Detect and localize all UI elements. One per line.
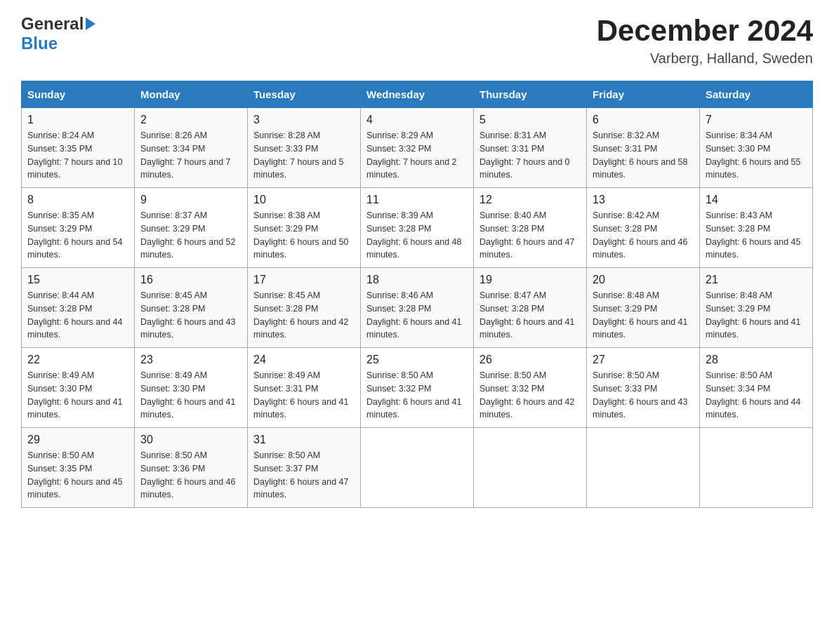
day-number: 8 (27, 194, 128, 206)
day-info: Sunrise: 8:44 AM Sunset: 3:28 PM Dayligh… (27, 289, 128, 342)
calendar-day-cell: 12 Sunrise: 8:40 AM Sunset: 3:28 PM Dayl… (474, 188, 587, 268)
calendar-day-cell: 13 Sunrise: 8:42 AM Sunset: 3:28 PM Dayl… (587, 188, 700, 268)
calendar-day-cell: 11 Sunrise: 8:39 AM Sunset: 3:28 PM Dayl… (361, 188, 474, 268)
calendar-day-cell: 27 Sunrise: 8:50 AM Sunset: 3:33 PM Dayl… (587, 348, 700, 428)
calendar-week-row: 8 Sunrise: 8:35 AM Sunset: 3:29 PM Dayli… (22, 188, 813, 268)
day-info: Sunrise: 8:48 AM Sunset: 3:29 PM Dayligh… (593, 289, 694, 342)
day-number: 9 (140, 194, 241, 206)
day-info: Sunrise: 8:35 AM Sunset: 3:29 PM Dayligh… (27, 209, 128, 262)
weekday-header-tuesday: Tuesday (248, 81, 361, 108)
calendar-day-cell: 28 Sunrise: 8:50 AM Sunset: 3:34 PM Dayl… (700, 348, 813, 428)
calendar-day-cell (587, 428, 700, 508)
day-info: Sunrise: 8:43 AM Sunset: 3:28 PM Dayligh… (706, 209, 807, 262)
day-info: Sunrise: 8:28 AM Sunset: 3:33 PM Dayligh… (253, 129, 355, 182)
calendar-day-cell: 10 Sunrise: 8:38 AM Sunset: 3:29 PM Dayl… (248, 188, 361, 268)
day-number: 5 (479, 114, 581, 126)
calendar-day-cell: 20 Sunrise: 8:48 AM Sunset: 3:29 PM Dayl… (587, 268, 700, 348)
day-number: 21 (706, 274, 807, 286)
calendar-day-cell: 1 Sunrise: 8:24 AM Sunset: 3:35 PM Dayli… (22, 108, 135, 188)
weekday-header-monday: Monday (135, 81, 248, 108)
day-number: 24 (253, 354, 355, 366)
weekday-header-saturday: Saturday (700, 81, 813, 108)
calendar-day-cell (700, 428, 813, 508)
calendar-week-row: 29 Sunrise: 8:50 AM Sunset: 3:35 PM Dayl… (22, 428, 813, 508)
calendar-subtitle: Varberg, Halland, Sweden (597, 51, 813, 67)
calendar-day-cell: 8 Sunrise: 8:35 AM Sunset: 3:29 PM Dayli… (22, 188, 135, 268)
day-number: 17 (253, 274, 355, 286)
calendar-day-cell: 2 Sunrise: 8:26 AM Sunset: 3:34 PM Dayli… (135, 108, 248, 188)
day-number: 28 (706, 354, 807, 366)
day-info: Sunrise: 8:42 AM Sunset: 3:28 PM Dayligh… (593, 209, 694, 262)
calendar-day-cell: 30 Sunrise: 8:50 AM Sunset: 3:36 PM Dayl… (135, 428, 248, 508)
day-number: 22 (27, 354, 128, 366)
weekday-header-wednesday: Wednesday (361, 81, 474, 108)
day-info: Sunrise: 8:37 AM Sunset: 3:29 PM Dayligh… (140, 209, 241, 262)
day-info: Sunrise: 8:38 AM Sunset: 3:29 PM Dayligh… (253, 209, 355, 262)
calendar-day-cell: 18 Sunrise: 8:46 AM Sunset: 3:28 PM Dayl… (361, 268, 474, 348)
day-number: 29 (27, 434, 128, 446)
calendar-day-cell (361, 428, 474, 508)
day-number: 18 (366, 274, 468, 286)
calendar-week-row: 15 Sunrise: 8:44 AM Sunset: 3:28 PM Dayl… (22, 268, 813, 348)
day-info: Sunrise: 8:32 AM Sunset: 3:31 PM Dayligh… (593, 129, 694, 182)
day-number: 19 (479, 274, 581, 286)
calendar-day-cell: 4 Sunrise: 8:29 AM Sunset: 3:32 PM Dayli… (361, 108, 474, 188)
logo-general-text: General (21, 14, 84, 34)
day-info: Sunrise: 8:50 AM Sunset: 3:32 PM Dayligh… (366, 369, 468, 422)
calendar-day-cell: 19 Sunrise: 8:47 AM Sunset: 3:28 PM Dayl… (474, 268, 587, 348)
day-info: Sunrise: 8:47 AM Sunset: 3:28 PM Dayligh… (479, 289, 581, 342)
weekday-header-sunday: Sunday (22, 81, 135, 108)
day-number: 10 (253, 194, 355, 206)
day-number: 14 (706, 194, 807, 206)
calendar-day-cell: 9 Sunrise: 8:37 AM Sunset: 3:29 PM Dayli… (135, 188, 248, 268)
calendar-day-cell: 16 Sunrise: 8:45 AM Sunset: 3:28 PM Dayl… (135, 268, 248, 348)
day-info: Sunrise: 8:50 AM Sunset: 3:32 PM Dayligh… (479, 369, 581, 422)
day-number: 1 (27, 114, 128, 126)
logo: General Blue (21, 14, 95, 53)
calendar-day-cell: 17 Sunrise: 8:45 AM Sunset: 3:28 PM Dayl… (248, 268, 361, 348)
calendar-day-cell: 26 Sunrise: 8:50 AM Sunset: 3:32 PM Dayl… (474, 348, 587, 428)
day-info: Sunrise: 8:45 AM Sunset: 3:28 PM Dayligh… (140, 289, 241, 342)
calendar-day-cell: 21 Sunrise: 8:48 AM Sunset: 3:29 PM Dayl… (700, 268, 813, 348)
calendar-header: SundayMondayTuesdayWednesdayThursdayFrid… (22, 81, 813, 108)
day-number: 7 (706, 114, 807, 126)
day-number: 12 (479, 194, 581, 206)
title-block: December 2024 Varberg, Halland, Sweden (597, 14, 813, 67)
calendar-day-cell: 15 Sunrise: 8:44 AM Sunset: 3:28 PM Dayl… (22, 268, 135, 348)
day-number: 3 (253, 114, 355, 126)
logo-arrow-icon (86, 18, 95, 30)
calendar-day-cell: 14 Sunrise: 8:43 AM Sunset: 3:28 PM Dayl… (700, 188, 813, 268)
day-info: Sunrise: 8:45 AM Sunset: 3:28 PM Dayligh… (253, 289, 355, 342)
calendar-day-cell: 22 Sunrise: 8:49 AM Sunset: 3:30 PM Dayl… (22, 348, 135, 428)
day-info: Sunrise: 8:49 AM Sunset: 3:30 PM Dayligh… (140, 369, 241, 422)
calendar-day-cell: 3 Sunrise: 8:28 AM Sunset: 3:33 PM Dayli… (248, 108, 361, 188)
day-number: 16 (140, 274, 241, 286)
calendar-title: December 2024 (597, 14, 813, 48)
day-info: Sunrise: 8:50 AM Sunset: 3:33 PM Dayligh… (593, 369, 694, 422)
calendar-table: SundayMondayTuesdayWednesdayThursdayFrid… (21, 81, 813, 508)
day-number: 26 (479, 354, 581, 366)
day-number: 6 (593, 114, 694, 126)
weekday-header-friday: Friday (587, 81, 700, 108)
day-info: Sunrise: 8:24 AM Sunset: 3:35 PM Dayligh… (27, 129, 128, 182)
calendar-day-cell: 29 Sunrise: 8:50 AM Sunset: 3:35 PM Dayl… (22, 428, 135, 508)
logo-blue-text: Blue (21, 34, 58, 53)
day-number: 23 (140, 354, 241, 366)
calendar-body: 1 Sunrise: 8:24 AM Sunset: 3:35 PM Dayli… (22, 108, 813, 508)
day-info: Sunrise: 8:46 AM Sunset: 3:28 PM Dayligh… (366, 289, 468, 342)
calendar-day-cell: 23 Sunrise: 8:49 AM Sunset: 3:30 PM Dayl… (135, 348, 248, 428)
calendar-day-cell: 5 Sunrise: 8:31 AM Sunset: 3:31 PM Dayli… (474, 108, 587, 188)
day-info: Sunrise: 8:48 AM Sunset: 3:29 PM Dayligh… (706, 289, 807, 342)
day-info: Sunrise: 8:50 AM Sunset: 3:37 PM Dayligh… (253, 449, 355, 502)
day-number: 13 (593, 194, 694, 206)
weekday-header-thursday: Thursday (474, 81, 587, 108)
day-info: Sunrise: 8:39 AM Sunset: 3:28 PM Dayligh… (366, 209, 468, 262)
day-info: Sunrise: 8:26 AM Sunset: 3:34 PM Dayligh… (140, 129, 241, 182)
day-number: 31 (253, 434, 355, 446)
calendar-day-cell: 24 Sunrise: 8:49 AM Sunset: 3:31 PM Dayl… (248, 348, 361, 428)
day-number: 11 (366, 194, 468, 206)
calendar-day-cell (474, 428, 587, 508)
day-info: Sunrise: 8:29 AM Sunset: 3:32 PM Dayligh… (366, 129, 468, 182)
day-number: 30 (140, 434, 241, 446)
calendar-day-cell: 25 Sunrise: 8:50 AM Sunset: 3:32 PM Dayl… (361, 348, 474, 428)
